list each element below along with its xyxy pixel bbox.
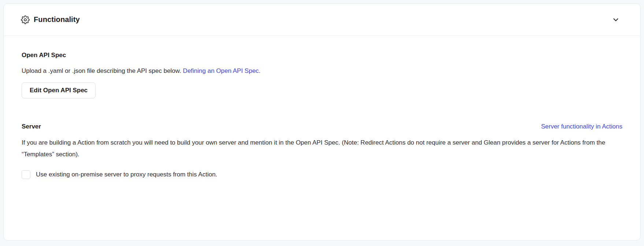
functionality-section-body: Open API Spec Upload a .yaml or .json fi…	[4, 36, 640, 240]
server-label: Server	[22, 122, 41, 131]
on-premise-server-checkbox-row[interactable]: Use existing on-premise server to proxy …	[22, 170, 622, 179]
open-api-spec-section: Open API Spec Upload a .yaml or .json fi…	[22, 51, 622, 98]
open-api-spec-description-text: Upload a .yaml or .json file describing …	[22, 67, 181, 74]
server-functionality-in-actions-link[interactable]: Server functionality in Actions	[541, 122, 622, 131]
server-section: Server Server functionality in Actions I…	[22, 122, 622, 179]
section-title: Functionality	[34, 15, 80, 24]
on-premise-server-checkbox[interactable]	[22, 170, 30, 179]
functionality-card: Functionality Open API Spec Upload a .ya…	[3, 3, 641, 241]
open-api-spec-description: Upload a .yaml or .json file describing …	[22, 66, 622, 76]
open-api-spec-label: Open API Spec	[22, 51, 622, 60]
functionality-section-header[interactable]: Functionality	[4, 4, 640, 36]
chevron-down-icon[interactable]	[612, 16, 620, 24]
edit-open-api-spec-button[interactable]: Edit Open API Spec	[22, 82, 96, 98]
defining-open-api-spec-link[interactable]: Defining an Open API Spec.	[183, 67, 260, 74]
on-premise-server-checkbox-label: Use existing on-premise server to proxy …	[36, 170, 217, 179]
server-description: If you are building a Action from scratc…	[22, 137, 622, 160]
page-background: Functionality Open API Spec Upload a .ya…	[0, 0, 644, 246]
gear-icon	[21, 15, 30, 24]
server-label-row: Server Server functionality in Actions	[22, 122, 622, 131]
